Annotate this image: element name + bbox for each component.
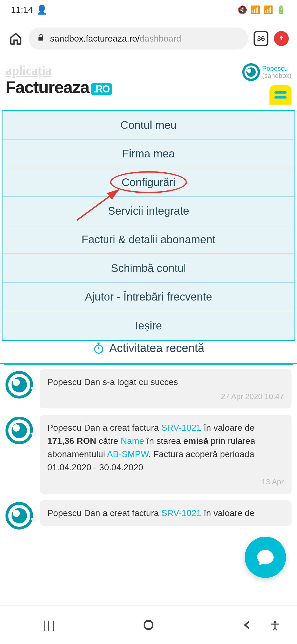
avatar-icon xyxy=(6,371,33,399)
logo[interactable]: aplicația Factureaza.RO xyxy=(6,64,112,96)
menu-item-integrations[interactable]: Servicii integrate xyxy=(2,197,295,225)
url-path: dashboard xyxy=(140,34,181,43)
chat-fab[interactable] xyxy=(245,537,286,578)
url-host: sandbox.factureaza.ro/ xyxy=(50,34,140,43)
lock-icon xyxy=(37,34,45,44)
stopwatch-icon xyxy=(93,342,105,354)
battery-icon: 🔋 xyxy=(276,5,286,14)
svg-point-0 xyxy=(95,345,103,353)
user-menu-dropdown: Contul meu Firma mea Configurări Servici… xyxy=(2,110,295,341)
invoice-link[interactable]: SRV-1021 xyxy=(161,423,201,433)
menu-item-help[interactable]: Ajutor - Întrebări frecvente xyxy=(2,283,295,311)
hamburger-button[interactable] xyxy=(270,85,292,105)
subscription-link[interactable]: AB-SMPW xyxy=(107,449,148,459)
activity-item: Popescu Dan a creat factura SRV-1021 în … xyxy=(6,500,292,530)
avatar-icon xyxy=(242,63,260,81)
invoice-link[interactable]: SRV-1021 xyxy=(161,508,201,518)
timestamp-label: 27 Apr 2020 10:47 xyxy=(47,391,284,402)
user-chip[interactable]: Popescu (sandbox) xyxy=(242,63,292,81)
home-system-button[interactable] xyxy=(135,615,162,635)
client-link[interactable]: Name xyxy=(121,436,144,446)
accessibility-button[interactable] xyxy=(261,616,289,636)
tab-count-button[interactable]: 36 xyxy=(254,31,268,46)
menu-item-billing[interactable]: Facturi & detalii abonament xyxy=(2,225,295,254)
activity-item: Popescu Dan s-a logat cu succes 27 Apr 2… xyxy=(6,369,292,408)
avatar-icon xyxy=(6,417,33,444)
menu-item-logout[interactable]: Ieșire xyxy=(2,311,295,340)
home-button[interactable] xyxy=(8,31,23,46)
browser-toolbar: sandbox.factureaza.ro/dashboard 36 xyxy=(0,19,297,58)
svg-point-3 xyxy=(274,621,276,623)
app-header: aplicația Factureaza.RO Popescu (sandbox… xyxy=(0,58,297,102)
status-time: 11:14 xyxy=(11,5,33,15)
avatar-icon xyxy=(6,502,33,530)
system-nav-bar: ||| xyxy=(0,605,297,644)
timestamp-label: 13 Apr xyxy=(47,476,284,488)
menu-item-company[interactable]: Firma mea xyxy=(2,140,295,168)
signal-icon: 📶 xyxy=(263,5,273,14)
person-icon: 👤 xyxy=(36,4,47,15)
svg-rect-2 xyxy=(144,621,152,629)
back-button[interactable] xyxy=(234,615,261,635)
menu-item-settings[interactable]: Configurări xyxy=(2,168,295,197)
mute-icon: 🔇 xyxy=(238,5,247,14)
url-bar[interactable]: sandbox.factureaza.ro/dashboard xyxy=(29,28,248,50)
menu-item-account[interactable]: Contul meu xyxy=(2,111,295,140)
update-button[interactable] xyxy=(274,31,289,46)
status-bar: 11:14 👤 🔇 📶 📶 🔋 xyxy=(0,0,297,19)
menu-item-switch[interactable]: Schimbă contul xyxy=(2,254,295,283)
wifi-icon: 📶 xyxy=(251,5,260,14)
activity-item: Popescu Dan a creat factura SRV-1021 în … xyxy=(6,415,292,494)
recents-button[interactable]: ||| xyxy=(36,615,63,635)
